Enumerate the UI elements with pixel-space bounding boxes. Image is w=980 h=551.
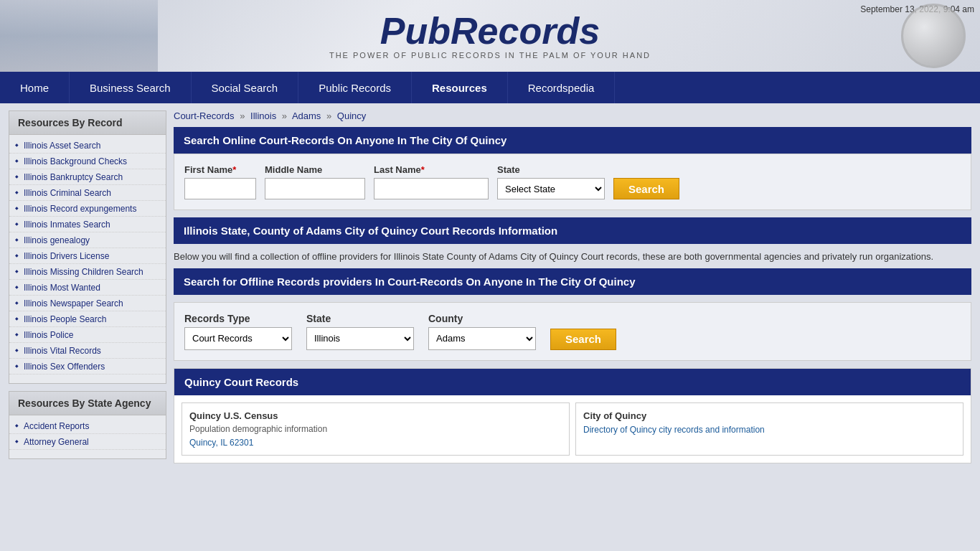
records-form-row: Records Type Court Records State Illinoi… xyxy=(184,313,961,350)
last-name-label: Last Name* xyxy=(374,164,489,175)
breadcrumb-link-illinois[interactable]: Illinois xyxy=(250,110,276,121)
nav-social-search[interactable]: Social Search xyxy=(192,72,299,103)
logo-area: PubRecords THE POWER OF PUBLIC RECORDS I… xyxy=(329,12,651,60)
breadcrumb: Court-Records » Illinois » Adams » Quinc… xyxy=(174,110,971,121)
card-census-link[interactable]: Quincy, IL 62301 xyxy=(189,438,253,448)
sidebar-link-genealogy[interactable]: Illinois genealogy xyxy=(24,235,90,245)
sidebar-resources-by-record: Resources By Record Illinois Asset Searc… xyxy=(9,110,166,384)
middle-name-group: Middle Name xyxy=(265,164,365,199)
list-item: Illinois Background Checks xyxy=(9,154,166,169)
records-form-box: Records Type Court Records State Illinoi… xyxy=(174,302,971,361)
page-body: Resources By Record Illinois Asset Searc… xyxy=(0,103,980,474)
court-record-card-city: City of Quincy Directory of Quincy city … xyxy=(575,402,963,456)
sidebar-link-sex-offenders[interactable]: Illinois Sex Offenders xyxy=(24,362,105,372)
sidebar-link-most-wanted[interactable]: Illinois Most Wanted xyxy=(24,283,100,293)
records-search-button-group: Search xyxy=(550,329,616,350)
state2-select[interactable]: Illinois xyxy=(306,327,414,350)
search-form-row: First Name* Middle Name Last Name* State xyxy=(184,164,961,199)
nav-recordspedia[interactable]: Recordspedia xyxy=(508,72,616,103)
list-item: Illinois Missing Children Search xyxy=(9,264,166,280)
state-group: State Select State Illinois xyxy=(497,164,605,199)
search-button-group: Search xyxy=(613,178,679,199)
records-type-select[interactable]: Court Records xyxy=(184,327,292,350)
records-search-button[interactable]: Search xyxy=(550,329,616,350)
list-item: Illinois Vital Records xyxy=(9,343,166,359)
sidebar-link-attorney[interactable]: Attorney General xyxy=(24,437,89,447)
sidebar-link-police[interactable]: Illinois Police xyxy=(24,330,73,340)
list-item: Illinois Sex Offenders xyxy=(9,359,166,375)
main-nav: Home Business Search Social Search Publi… xyxy=(0,72,980,103)
main-content: Court-Records » Illinois » Adams » Quinc… xyxy=(174,110,971,466)
sidebar-link-vital[interactable]: Illinois Vital Records xyxy=(24,346,101,356)
sidebar-resources-by-agency: Resources By State Agency Accident Repor… xyxy=(9,391,166,459)
sidebar-link-people[interactable]: Illinois People Search xyxy=(24,314,106,324)
state-select[interactable]: Select State Illinois xyxy=(497,178,605,199)
info-section: Illinois State, County of Adams City of … xyxy=(174,217,971,295)
county-label: County xyxy=(428,313,536,324)
list-item: Illinois Record expungements xyxy=(9,201,166,217)
nav-public-records[interactable]: Public Records xyxy=(298,72,412,103)
court-record-card-census: Quincy U.S. Census Population demographi… xyxy=(182,402,570,456)
list-item: Illinois Criminal Search xyxy=(9,185,166,201)
first-name-input[interactable] xyxy=(184,178,256,199)
sidebar-link-missing-children[interactable]: Illinois Missing Children Search xyxy=(24,267,143,277)
list-item: Illinois Drivers License xyxy=(9,248,166,264)
card-census-description: Population demographic information xyxy=(189,424,562,434)
court-records-section: Quincy Court Records Quincy U.S. Census … xyxy=(174,368,971,463)
sidebar-resources-by-record-title: Resources By Record xyxy=(9,111,166,135)
list-item: Attorney General xyxy=(9,434,166,450)
nav-business-search[interactable]: Business Search xyxy=(70,72,192,103)
magnifier-decoration xyxy=(901,4,966,68)
last-name-group: Last Name* xyxy=(374,164,489,199)
list-item: Illinois Bankruptcy Search xyxy=(9,169,166,185)
search-button[interactable]: Search xyxy=(613,178,679,199)
court-records-body: Quincy U.S. Census Population demographi… xyxy=(174,395,971,463)
nav-home[interactable]: Home xyxy=(0,72,70,103)
court-records-header: Quincy Court Records xyxy=(174,369,971,395)
sidebar: Resources By Record Illinois Asset Searc… xyxy=(9,110,166,466)
records-type-group: Records Type Court Records xyxy=(184,313,292,350)
county-select[interactable]: Adams xyxy=(428,327,536,350)
first-name-required: * xyxy=(232,164,236,175)
breadcrumb-link-court-records[interactable]: Court-Records xyxy=(174,110,235,121)
list-item: Accident Reports xyxy=(9,418,166,434)
sidebar-link-expungements[interactable]: Illinois Record expungements xyxy=(24,204,136,214)
list-item: Illinois Police xyxy=(9,327,166,343)
card-census-title: Quincy U.S. Census xyxy=(189,410,562,421)
card-city-link[interactable]: Directory of Quincy city records and inf… xyxy=(583,425,765,435)
list-item: Illinois Most Wanted xyxy=(9,280,166,296)
nav-resources[interactable]: Resources xyxy=(412,72,508,103)
breadcrumb-sep: » xyxy=(326,110,331,121)
last-name-input[interactable] xyxy=(374,178,489,199)
sidebar-link-newspaper[interactable]: Illinois Newspaper Search xyxy=(24,298,123,309)
list-item: Illinois Asset Search xyxy=(9,138,166,154)
sidebar-link-inmates[interactable]: Illinois Inmates Search xyxy=(24,220,110,230)
breadcrumb-link-adams[interactable]: Adams xyxy=(292,110,321,121)
county-group: County Adams xyxy=(428,313,536,350)
list-item: Illinois People Search xyxy=(9,311,166,327)
breadcrumb-link-quincy[interactable]: Quincy xyxy=(337,110,366,121)
list-item: Illinois Newspaper Search xyxy=(9,296,166,311)
info-text: Below you will find a collection of offl… xyxy=(174,244,971,268)
card-city-title: City of Quincy xyxy=(583,410,956,421)
info-banner: Illinois State, County of Adams City of … xyxy=(174,217,971,244)
sidebar-resources-by-agency-title: Resources By State Agency xyxy=(9,392,166,415)
header: September 13, 2022, 9:04 am PubRecords T… xyxy=(0,0,980,72)
sidebar-agency-list: Accident Reports Attorney General xyxy=(9,415,166,453)
search-online-banner: Search Online Court-Records On Anyone In… xyxy=(174,127,971,154)
sidebar-link-drivers[interactable]: Illinois Drivers License xyxy=(24,251,109,261)
middle-name-label: Middle Name xyxy=(265,164,365,175)
sidebar-link-criminal[interactable]: Illinois Criminal Search xyxy=(24,188,111,198)
flag-decoration xyxy=(0,0,158,72)
records-type-label: Records Type xyxy=(184,313,292,324)
sidebar-link-bankruptcy[interactable]: Illinois Bankruptcy Search xyxy=(24,172,123,182)
sidebar-record-list: Illinois Asset Search Illinois Backgroun… xyxy=(9,135,166,377)
breadcrumb-sep: » xyxy=(282,110,287,121)
state-label: State xyxy=(497,164,605,175)
sidebar-link-asset[interactable]: Illinois Asset Search xyxy=(24,141,100,151)
middle-name-input[interactable] xyxy=(265,178,365,199)
first-name-label: First Name* xyxy=(184,164,256,175)
sidebar-link-accident[interactable]: Accident Reports xyxy=(24,421,89,431)
sidebar-link-background[interactable]: Illinois Background Checks xyxy=(24,156,127,166)
last-name-required: * xyxy=(421,164,425,175)
